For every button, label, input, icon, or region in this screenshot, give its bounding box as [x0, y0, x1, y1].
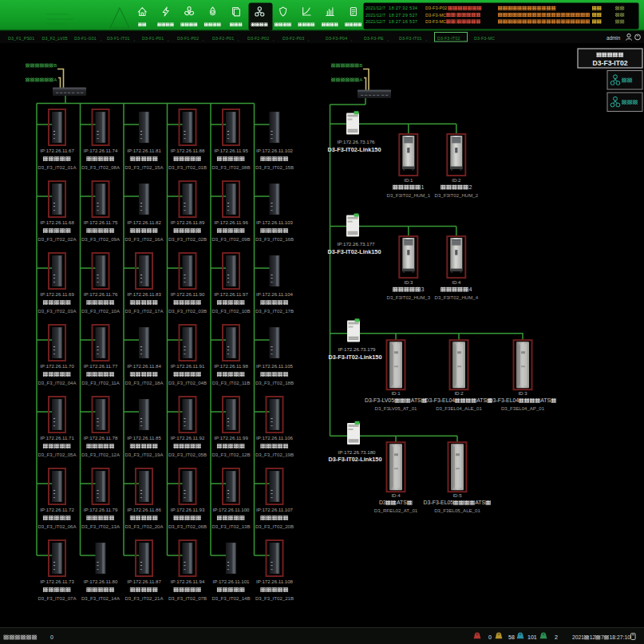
svg-text:D3-F3-LV05: D3-F3-LV05 — [365, 397, 394, 403]
svg-text:IP:172.26.11.86: IP:172.26.11.86 — [127, 507, 161, 512]
svg-text:IP:172.26.11.70: IP:172.26.11.70 — [40, 363, 74, 369]
svg-text:18:27:10: 18:27:10 — [610, 634, 631, 640]
svg-text:2: 2 — [468, 184, 472, 191]
svg-text:D3-F1-P02: D3-F1-P02 — [177, 36, 199, 41]
svg-text:D3_F3_IT02_21B: D3_F3_IT02_21B — [255, 595, 294, 601]
svg-text:D3_F3_IT02_03B: D3_F3_IT02_03B — [168, 308, 207, 314]
svg-text:A: A — [53, 77, 57, 82]
svg-text:IP:172.26.11.79: IP:172.26.11.79 — [84, 507, 118, 512]
svg-text:D3_F3_IT02_15B: D3_F3_IT02_15B — [255, 164, 294, 170]
svg-text:D3_F3IT02_HUM_1: D3_F3IT02_HUM_1 — [387, 192, 431, 198]
svg-text:D3_F3_IT02_08A: D3_F3_IT02_08A — [81, 164, 121, 170]
svg-text:,: , — [351, 37, 352, 41]
svg-text:D3_F3_IT02_17B: D3_F3_IT02_17B — [255, 308, 294, 314]
svg-text:2: 2 — [555, 634, 558, 640]
svg-text:ATS: ATS — [476, 397, 487, 403]
svg-text:IP:172.26.11.77: IP:172.26.11.77 — [84, 363, 118, 369]
svg-text:D3_F3_IT02_14B: D3_F3_IT02_14B — [211, 595, 250, 601]
svg-text:D3_F3_IT02_10B: D3_F3_IT02_10B — [211, 308, 250, 314]
svg-text:D3_F3_IT02_11B: D3_F3_IT02_11B — [212, 380, 251, 385]
svg-text:admin: admin — [606, 35, 621, 41]
svg-text:D3_F3_IT02_18B: D3_F3_IT02_18B — [255, 380, 294, 385]
svg-text:2021/12/7: 2021/12/7 — [365, 19, 385, 24]
svg-text:18:27:29 527: 18:27:29 527 — [389, 13, 417, 18]
svg-text:101: 101 — [527, 634, 537, 640]
svg-text:D3_F3_IT02_18A: D3_F3_IT02_18A — [124, 380, 164, 385]
svg-text:D3-F3-IT02-Link150: D3-F3-IT02-Link150 — [328, 146, 381, 153]
svg-text:D3_F3_IT02_07A: D3_F3_IT02_07A — [38, 595, 77, 601]
svg-text:D3-F3-EL05: D3-F3-EL05 — [424, 500, 454, 505]
svg-text:,: , — [168, 37, 168, 41]
svg-text:IP:172.26.11.83: IP:172.26.11.83 — [127, 291, 161, 297]
svg-text:IP:172.26.73.179: IP:172.26.73.179 — [338, 346, 376, 352]
svg-text:,: , — [308, 37, 309, 41]
svg-text:IP:172.26.11.81: IP:172.26.11.81 — [127, 148, 161, 153]
svg-text:IP:172.26.11.96: IP:172.26.11.96 — [214, 219, 248, 225]
svg-text:D3_F3EL04_AP_01: D3_F3EL04_AP_01 — [501, 405, 545, 411]
svg-text:D3-F3-MC: D3-F3-MC — [425, 13, 446, 18]
svg-text:ID:4: ID:4 — [391, 492, 401, 498]
svg-text:0: 0 — [488, 634, 492, 640]
svg-text:D3_F3LV05_AT_01: D3_F3LV05_AT_01 — [375, 405, 418, 411]
svg-text:2021: 2021 — [572, 634, 584, 640]
svg-text:18:27:16 537: 18:27:16 537 — [389, 19, 417, 24]
svg-text:IP:172.26.11.84: IP:172.26.11.84 — [127, 363, 161, 369]
svg-text:IP:172.26.11.85: IP:172.26.11.85 — [127, 435, 161, 441]
svg-text:,: , — [101, 37, 101, 41]
svg-text:ID:1: ID:1 — [391, 390, 401, 396]
svg-text:IP:172.26.11.80: IP:172.26.11.80 — [84, 579, 118, 584]
svg-text:D3_F3_IT02_19B: D3_F3_IT02_19B — [255, 452, 294, 457]
svg-text:IP:172.26.11.94: IP:172.26.11.94 — [171, 579, 205, 584]
svg-text:D3_F3_IT02_16A: D3_F3_IT02_16A — [124, 236, 164, 242]
svg-text:D3_F3_IT02_01B: D3_F3_IT02_01B — [168, 164, 207, 170]
svg-text:12: 12 — [590, 634, 596, 640]
svg-text:,: , — [133, 37, 134, 41]
svg-text:IP:172.26.11.68: IP:172.26.11.68 — [40, 219, 74, 225]
svg-text:IP:172.26.11.108: IP:172.26.11.108 — [256, 579, 294, 584]
svg-text:IP:172.26.73.180: IP:172.26.73.180 — [338, 449, 376, 455]
svg-text:ID:3: ID:3 — [404, 279, 413, 285]
svg-text:IP:172.26.11.67: IP:172.26.11.67 — [40, 148, 74, 153]
svg-text:B: B — [53, 63, 57, 68]
svg-text:D3-F1-P01: D3-F1-P01 — [142, 36, 164, 41]
svg-text:D3-F2-P02: D3-F2-P02 — [247, 36, 269, 41]
svg-text:IP:172.26.11.104: IP:172.26.11.104 — [256, 291, 294, 297]
svg-text:IP:172.26.11.101: IP:172.26.11.101 — [213, 579, 251, 584]
svg-text:B: B — [359, 63, 362, 68]
svg-text:D3-F1-G01: D3-F1-G01 — [74, 36, 97, 41]
svg-text:IP:172.26.11.69: IP:172.26.11.69 — [40, 291, 74, 297]
svg-text:IP:172.26.11.98: IP:172.26.11.98 — [214, 363, 248, 369]
svg-text:IP:172.26.11.87: IP:172.26.11.87 — [127, 579, 161, 584]
svg-text:D3_F3_IT02_06B: D3_F3_IT02_06B — [168, 523, 207, 529]
svg-text:ATS: ATS — [540, 397, 551, 403]
svg-text:D3_F3_IT02_11A: D3_F3_IT02_11A — [81, 380, 121, 385]
svg-text:0: 0 — [50, 634, 53, 640]
svg-text:58: 58 — [508, 634, 515, 640]
svg-text:IP:172.26.73.177: IP:172.26.73.177 — [337, 241, 375, 247]
svg-text:D3-F3-IT01: D3-F3-IT01 — [399, 36, 422, 41]
svg-text:D3_F3IT02_HUM_2: D3_F3IT02_HUM_2 — [435, 192, 479, 198]
svg-text:A: A — [359, 77, 362, 82]
svg-text:D3_F3_IT02_04A: D3_F3_IT02_04A — [38, 380, 77, 385]
svg-text:D3-F3-P02: D3-F3-P02 — [425, 6, 447, 10]
svg-text:D3_F3_IT02_12B: D3_F3_IT02_12B — [211, 452, 250, 457]
svg-text:IP:172.26.73.176: IP:172.26.73.176 — [337, 139, 375, 144]
svg-text:IP:172.26.11.73: IP:172.26.11.73 — [40, 579, 74, 584]
svg-text:ID:3: ID:3 — [518, 390, 527, 396]
svg-text:,: , — [388, 37, 389, 41]
svg-text:D3-F3-IT02-Link150: D3-F3-IT02-Link150 — [329, 456, 382, 463]
svg-text:D3: D3 — [379, 500, 386, 505]
svg-text:D3_F3_IT02_21A: D3_F3_IT02_21A — [124, 595, 164, 601]
svg-text:18:27:32 534: 18:27:32 534 — [389, 6, 417, 10]
svg-text:IP:172.26.11.97: IP:172.26.11.97 — [214, 291, 248, 297]
svg-text:,: , — [238, 37, 239, 41]
svg-text:D3_F3_IT02_20A: D3_F3_IT02_20A — [124, 523, 164, 529]
svg-text:IP:172.26.11.76: IP:172.26.11.76 — [84, 291, 118, 297]
svg-text:IP:172.26.11.106: IP:172.26.11.106 — [256, 435, 294, 441]
svg-text:D3_F3_IT02_10A: D3_F3_IT02_10A — [81, 308, 121, 314]
svg-text:IP:172.26.11.99: IP:172.26.11.99 — [214, 435, 248, 441]
svg-text:4: 4 — [468, 286, 472, 293]
svg-text:D3_F3_IT02_03A: D3_F3_IT02_03A — [38, 308, 77, 314]
svg-text:IP:172.26.11.100: IP:172.26.11.100 — [213, 507, 251, 512]
svg-text:ATS: ATS — [411, 397, 421, 403]
